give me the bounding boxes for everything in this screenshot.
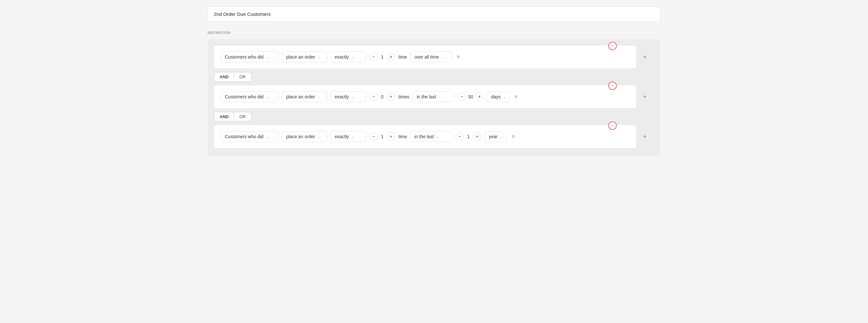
customers-dropdown-3[interactable]: Customers who did ⌄ — [221, 131, 279, 142]
filter-icon-2[interactable]: ≡ — [513, 93, 519, 101]
or-button-2[interactable]: OR — [234, 112, 251, 121]
definition-label: DEFINITION — [208, 31, 660, 35]
time-label-3: in the last — [414, 134, 434, 139]
frequency-label-3: exactly — [335, 134, 349, 139]
action-dropdown-1[interactable]: place an order ⌄ — [282, 52, 327, 62]
decrease-count-2-button[interactable]: − — [369, 93, 378, 101]
frequency-label-1: exactly — [335, 54, 349, 60]
action-dropdown-3[interactable]: place an order ⌄ — [282, 131, 327, 142]
logic-row-1: AND OR — [214, 72, 654, 82]
unit-dropdown-2[interactable]: days ⌄ — [487, 91, 510, 102]
increase-second-3-button[interactable]: + — [473, 133, 481, 141]
second-unit-label-3: year — [489, 134, 497, 139]
unit-dropdown-3[interactable]: year ⌄ — [485, 131, 507, 142]
rule-2-row: Customers who did ⌄ place an order ⌄ exa… — [221, 91, 630, 102]
action-label-3: place an order — [286, 134, 315, 139]
rule-2-block: − Customers who did ⌄ place an order ⌄ e… — [214, 85, 636, 108]
frequency-dropdown-1[interactable]: exactly ⌄ — [331, 52, 366, 62]
increase-count-2-button[interactable]: + — [387, 93, 395, 101]
action-label-2: place an order — [286, 94, 315, 99]
action-label-1: place an order — [286, 54, 315, 60]
add-rule-2-button[interactable]: + — [640, 92, 649, 101]
count-stepper-2: − 0 + — [369, 93, 395, 101]
customers-label-3: Customers who did — [225, 134, 264, 139]
second-count-2: 50 — [468, 94, 473, 99]
unit-label-2: times — [398, 94, 409, 99]
unit-label-3: time — [398, 134, 407, 139]
frequency-dropdown-3[interactable]: exactly ⌄ — [331, 131, 366, 142]
increase-count-1-button[interactable]: + — [387, 53, 395, 61]
rule-2-outer: − Customers who did ⌄ place an order ⌄ e… — [214, 85, 654, 108]
customers-label-2: Customers who did — [225, 94, 264, 99]
decrease-second-2-button[interactable]: − — [458, 93, 466, 101]
customers-dropdown-2[interactable]: Customers who did ⌄ — [221, 91, 279, 102]
second-stepper-2: − 50 + — [458, 93, 484, 101]
increase-count-3-button[interactable]: + — [387, 133, 395, 141]
count-stepper-1: − 1 + — [369, 53, 395, 61]
chevron-down-icon-5: ⌄ — [266, 95, 269, 99]
time-dropdown-1[interactable]: over all time ⌄ — [410, 52, 452, 62]
count-value-3: 1 — [380, 134, 385, 139]
action-dropdown-2[interactable]: place an order ⌄ — [282, 91, 327, 102]
chevron-down-icon-12: ⌄ — [351, 135, 354, 139]
rule-3-row: Customers who did ⌄ place an order ⌄ exa… — [221, 131, 630, 142]
remove-rule-3-button[interactable]: − — [608, 121, 617, 130]
remove-rule-1-button[interactable]: − — [608, 42, 617, 50]
chevron-down-icon-3: ⌄ — [351, 55, 354, 59]
chevron-down-icon-1: ⌄ — [266, 55, 269, 59]
second-unit-label-2: days — [491, 94, 501, 99]
time-dropdown-2[interactable]: in the last ⌄ — [412, 91, 454, 102]
decrease-count-1-button[interactable]: − — [369, 53, 378, 61]
rule-1-block: − Customers who did ⌄ place an order ⌄ e… — [214, 46, 636, 68]
rule-1-row: Customers who did ⌄ place an order ⌄ exa… — [221, 52, 630, 62]
chevron-down-icon-2: ⌄ — [318, 55, 320, 59]
rule-3-block: − Customers who did ⌄ place an order ⌄ e… — [214, 125, 636, 148]
add-rule-1-button[interactable]: + — [640, 53, 649, 61]
add-rule-3-button[interactable]: + — [640, 132, 649, 141]
time-label-2: in the last — [416, 94, 436, 99]
chevron-down-icon-4: ⌄ — [441, 55, 444, 59]
customers-label-1: Customers who did — [225, 54, 264, 60]
customers-dropdown-1[interactable]: Customers who did ⌄ — [221, 52, 279, 62]
logic-row-2: AND OR — [214, 112, 654, 121]
chevron-down-icon-11: ⌄ — [318, 135, 320, 139]
time-dropdown-3[interactable]: in the last ⌄ — [410, 131, 452, 142]
time-label-1: over all time — [414, 54, 438, 60]
remove-rule-2-button[interactable]: − — [608, 82, 617, 90]
and-button-2[interactable]: AND — [214, 112, 234, 121]
chevron-down-icon-14: ⌄ — [500, 135, 503, 139]
filter-icon-1[interactable]: ≡ — [455, 53, 461, 61]
chevron-down-icon-7: ⌄ — [351, 95, 354, 99]
second-stepper-3: − 1 + — [455, 133, 481, 141]
chevron-down-icon-6: ⌄ — [318, 95, 320, 99]
decrease-count-3-button[interactable]: − — [369, 133, 378, 141]
chevron-down-icon-8: ⌄ — [438, 95, 441, 99]
chevron-down-icon-9: ⌄ — [503, 95, 506, 99]
count-stepper-3: − 1 + — [369, 133, 395, 141]
frequency-label-2: exactly — [335, 94, 349, 99]
rule-3-outer: − Customers who did ⌄ place an order ⌄ e… — [214, 125, 654, 148]
page-container: DEFINITION − Customers who did ⌄ place a… — [208, 6, 660, 156]
frequency-dropdown-2[interactable]: exactly ⌄ — [331, 91, 366, 102]
decrease-second-3-button[interactable]: − — [455, 133, 464, 141]
segment-title-input[interactable] — [208, 6, 660, 22]
increase-second-2-button[interactable]: + — [475, 93, 484, 101]
definition-container: − Customers who did ⌄ place an order ⌄ e… — [208, 39, 660, 156]
unit-label-1: time — [398, 54, 407, 60]
filter-icon-3[interactable]: ≡ — [510, 133, 516, 141]
rule-1-outer: − Customers who did ⌄ place an order ⌄ e… — [214, 46, 654, 68]
and-button-1[interactable]: AND — [214, 72, 234, 82]
count-value-2: 0 — [380, 94, 385, 99]
or-button-1[interactable]: OR — [234, 72, 251, 82]
chevron-down-icon-10: ⌄ — [266, 135, 269, 139]
second-count-3: 1 — [466, 134, 471, 139]
count-value-1: 1 — [380, 54, 385, 60]
chevron-down-icon-13: ⌄ — [436, 135, 439, 139]
